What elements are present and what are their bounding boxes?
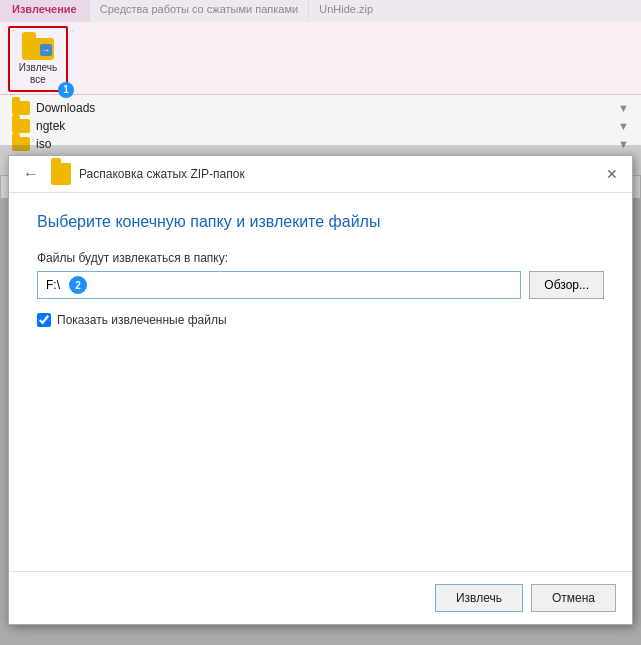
extract-all-button[interactable]: → Извлечь все 1: [8, 26, 68, 92]
dialog-title-bar: ← Распаковка сжатых ZIP-папок ✕: [9, 156, 632, 193]
file-name-downloads: Downloads: [36, 101, 95, 115]
scroll-arrow: ▼: [618, 102, 629, 114]
dialog-title-content: ← Распаковка сжатых ZIP-папок: [19, 162, 245, 186]
dialog-footer: Извлечь Отмена: [9, 571, 632, 624]
cancel-button[interactable]: Отмена: [531, 584, 616, 612]
ribbon-content: → Извлечь все 1: [0, 22, 641, 95]
extract-button[interactable]: Извлечь: [435, 584, 523, 612]
dialog-body: Выберите конечную папку и извлеките файл…: [9, 193, 632, 571]
ribbon-tabs: Извлечение Средства работы со сжатыми па…: [0, 0, 641, 22]
list-item[interactable]: Downloads ▼: [8, 99, 633, 117]
folder-icon-small: [12, 119, 30, 133]
show-files-checkbox[interactable]: [37, 313, 51, 327]
path-input[interactable]: [37, 271, 521, 299]
extract-folder-icon: →: [22, 32, 54, 60]
zip-folder-icon: [51, 163, 71, 185]
checkbox-label[interactable]: Показать извлеченные файлы: [57, 313, 227, 327]
scroll-arrow: ▼: [618, 120, 629, 132]
close-button[interactable]: ✕: [602, 164, 622, 184]
field-label: Файлы будут извлекаться в папку:: [37, 251, 604, 265]
browse-button[interactable]: Обзор...: [529, 271, 604, 299]
tab-zip-tools-label: Средства работы со сжатыми папками: [90, 0, 309, 22]
folder-extract-arrow: →: [40, 44, 52, 56]
list-item[interactable]: ngtek ▼: [8, 117, 633, 135]
dialog-overlay: ← Распаковка сжатых ZIP-папок ✕ Выберите…: [0, 145, 641, 645]
tab-zip-filename: UnHide.zip: [309, 0, 383, 22]
dialog-title-text: Распаковка сжатых ZIP-папок: [79, 167, 245, 181]
tab-extraction[interactable]: Извлечение: [0, 0, 90, 22]
dialog-heading: Выберите конечную папку и извлеките файл…: [37, 213, 604, 231]
folder-tab: [22, 32, 36, 38]
back-button[interactable]: ←: [19, 162, 43, 186]
folder-body: →: [22, 38, 54, 60]
file-name-ngtek: ngtek: [36, 119, 65, 133]
checkbox-row: Показать извлеченные файлы: [37, 313, 604, 327]
extract-all-badge: 1: [58, 82, 74, 98]
extract-all-btn-inner[interactable]: → Извлечь все: [8, 26, 68, 92]
extract-dialog: ← Распаковка сжатых ZIP-папок ✕ Выберите…: [8, 155, 633, 625]
path-badge: 2: [69, 276, 87, 294]
extract-all-label: Извлечь все: [19, 62, 57, 86]
folder-icon-small: [12, 101, 30, 115]
ribbon-bar: Извлечение Средства работы со сжатыми па…: [0, 0, 641, 95]
input-row: 2 Обзор...: [37, 271, 604, 299]
